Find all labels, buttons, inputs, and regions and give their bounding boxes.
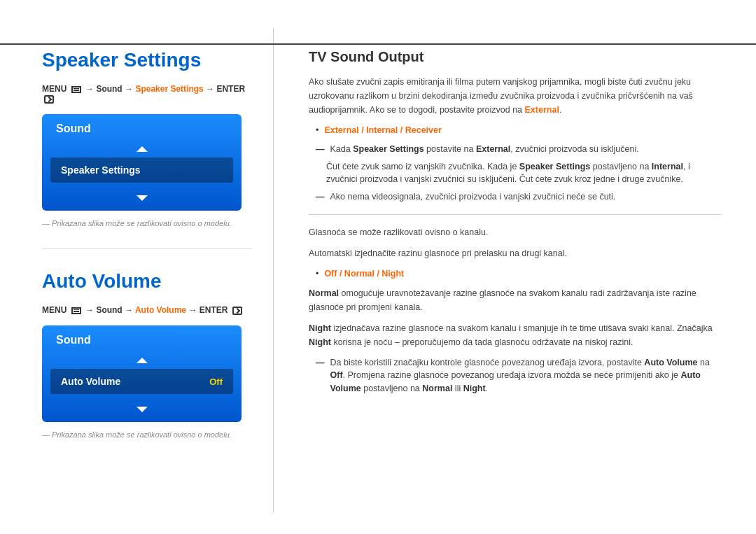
auto-volume-dash-final: ― Da biste koristili značajku kontrole g… <box>316 356 721 395</box>
menu-arrow4: → <box>85 305 96 315</box>
speaker-settings-widget: Sound Speaker Settings <box>42 114 241 211</box>
right-content-divider <box>309 214 721 215</box>
menu-arrow3: → <box>206 84 216 94</box>
left-section-separator <box>42 248 252 249</box>
auto-volume-para1: Glasnoća se može razlikovati ovisno o ka… <box>309 225 721 239</box>
tv-sound-dash1: ― Kada Speaker Settings postavite na Ext… <box>316 143 721 156</box>
external-highlight1: External <box>525 105 559 115</box>
bullet-dot1: • <box>316 124 318 137</box>
menu-sound-2: Sound <box>96 305 122 315</box>
widget2-chevron-up[interactable] <box>42 352 241 369</box>
bullet1-text: External / Internal / Receiver <box>324 124 441 137</box>
menu-label2: MENU <box>42 305 66 315</box>
right-column: TV Sound Output Ako slušate zvučni zapis… <box>274 0 756 534</box>
tv-sound-output-title: TV Sound Output <box>309 49 721 65</box>
speaker-settings-menu-path: MENU → Sound → Speaker Settings → ENTER <box>42 84 252 104</box>
widget1-header: Sound <box>42 114 241 141</box>
dash-mark1: ― <box>316 143 325 156</box>
menu-sound-1: Sound <box>96 84 122 94</box>
menu-arrow2: → <box>125 84 135 94</box>
dash1-content: Kada Speaker Settings postavite na Exter… <box>330 143 639 156</box>
auto-volume-content-section: Glasnoća se može razlikovati ovisno o ka… <box>309 225 721 395</box>
menu-arrow5: → <box>125 305 135 315</box>
widget2-auto-volume-item[interactable]: Auto Volume Off <box>50 369 233 394</box>
auto-volume-title: Auto Volume <box>42 270 252 293</box>
dash-mark-final: ― <box>316 356 325 370</box>
svg-marker-3 <box>136 407 148 412</box>
auto-volume-menu-path: MENU → Sound → Auto Volume → ENTER <box>42 305 252 315</box>
auto-volume-note: ― Prikazana slika može se razlikovati ov… <box>42 430 252 439</box>
widget1-item-label: Speaker Settings <box>61 164 141 176</box>
menu-arrow1: → <box>85 84 96 94</box>
widget2-item-value: Off <box>209 377 223 387</box>
widget1-speaker-settings-item[interactable]: Speaker Settings <box>50 157 233 183</box>
widget2-header: Sound <box>42 325 241 352</box>
night-keyword1: Night <box>309 323 331 333</box>
menu-enter-label: ENTER <box>216 84 245 94</box>
menu-auto-volume: Auto Volume <box>135 305 186 315</box>
widget2-item-label: Auto Volume <box>61 376 120 387</box>
tv-sound-bullet1: • External / Internal / Receiver <box>316 124 721 137</box>
speaker-settings-title: Speaker Settings <box>42 49 252 71</box>
night-paragraph: Night izjednačava razine glasnoće na sva… <box>309 321 721 349</box>
menu-speaker-settings: Speaker Settings <box>135 84 203 94</box>
dash-mark3: ― <box>316 190 325 204</box>
tv-sound-paragraph1: Ako slušate zvučni zapis emitiranja ili … <box>309 75 721 117</box>
menu-enter-label2: ENTER <box>200 305 228 315</box>
dash-final-content: Da biste koristili značajku kontrole gla… <box>330 356 722 395</box>
tv-sound-dash2: Čut ćete zvuk samo iz vanjskih zvučnika.… <box>326 160 721 187</box>
night-keyword2: Night <box>309 337 331 347</box>
left-column: Speaker Settings MENU → Sound → Speaker … <box>0 0 273 534</box>
svg-marker-2 <box>136 358 148 363</box>
normal-paragraph: Normal omogućuje uravnotežavanje razine … <box>309 286 721 314</box>
widget1-chevron-up[interactable] <box>42 141 241 157</box>
tv-sound-dash3: ― Ako nema videosignala, zvučnici proizv… <box>316 190 721 204</box>
svg-marker-0 <box>136 146 148 152</box>
bullet-dot2: • <box>316 267 318 281</box>
widget1-chevron-down[interactable] <box>42 188 241 211</box>
tv-sound-output-section: TV Sound Output Ako slušate zvučni zapis… <box>309 49 721 204</box>
svg-marker-1 <box>136 195 148 201</box>
speaker-settings-note: ― Prikazana slika može se razlikovati ov… <box>42 219 252 227</box>
dash2-content: Čut ćete zvuk samo iz vanjskih zvučnika.… <box>326 160 721 187</box>
menu-arrow6: → <box>188 305 199 315</box>
normal-keyword: Normal <box>309 288 339 298</box>
widget2-chevron-down[interactable] <box>42 400 241 422</box>
dash3-content: Ako nema videosignala, zvučnici proizvod… <box>330 190 616 204</box>
top-divider <box>0 43 756 45</box>
menu-label: MENU <box>42 84 66 94</box>
av-bullet1-text: Off / Normal / Night <box>324 267 404 281</box>
auto-volume-bullet1: • Off / Normal / Night <box>316 267 721 281</box>
auto-volume-widget: Sound Auto Volume Off <box>42 325 241 422</box>
auto-volume-para2: Automatski izjednačite razinu glasnoće p… <box>309 246 721 260</box>
